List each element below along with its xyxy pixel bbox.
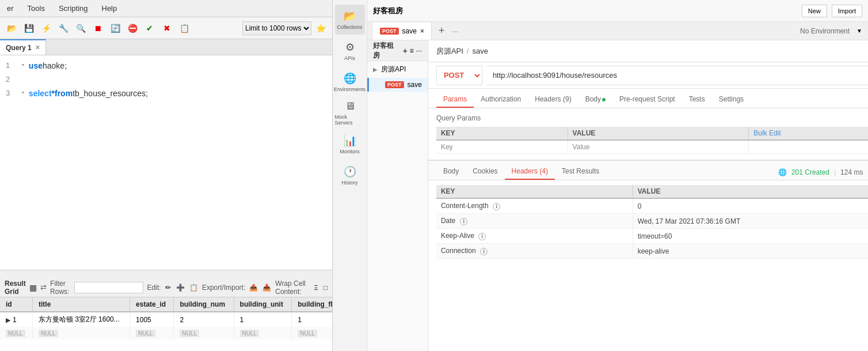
star-button[interactable]: ⭐: [313, 20, 329, 36]
table-empty-row[interactable]: [0, 339, 332, 351]
request-tab[interactable]: POST save ×: [373, 22, 432, 40]
error-button[interactable]: ⛔: [124, 20, 140, 36]
tab-body[interactable]: Body: [578, 92, 612, 108]
query-params-table: KEY VALUE Bulk Edit Key Value: [436, 127, 868, 154]
null-building-unit: NULL: [234, 327, 292, 339]
menu-tools[interactable]: Tools: [25, 3, 47, 14]
more-tabs-icon[interactable]: ···: [451, 27, 458, 36]
close-tab-icon[interactable]: ×: [420, 27, 424, 35]
table-row[interactable]: ▶1 东方曼哈顿 3室2厅 1600... 1005 2 1 1 1111 1 …: [0, 312, 332, 327]
sidebar-apis-label: APIs: [344, 55, 355, 61]
qp-value-input-placeholder[interactable]: Value: [568, 140, 749, 154]
tab-tests[interactable]: Tests: [682, 92, 712, 108]
wrap-button[interactable]: Ξ: [312, 281, 319, 294]
import-button[interactable]: 📥: [262, 281, 272, 294]
new-button[interactable]: New: [802, 5, 827, 17]
filter-input[interactable]: [74, 282, 143, 293]
edit-pencil-button[interactable]: ✏: [164, 281, 172, 294]
content-length-info-icon[interactable]: ℹ: [493, 203, 500, 210]
sort-collection-button[interactable]: ≡: [410, 46, 414, 55]
connection-info-icon[interactable]: ℹ: [480, 248, 488, 255]
environment-dropdown-icon[interactable]: ▼: [856, 28, 862, 34]
tab-headers[interactable]: Headers (9): [528, 92, 578, 108]
menu-er[interactable]: er: [5, 3, 16, 14]
qp-value-header: VALUE: [568, 127, 749, 140]
bookmark-button[interactable]: 📋: [176, 20, 192, 36]
refresh-button[interactable]: 🔄: [107, 20, 123, 36]
bulk-edit-button[interactable]: Bulk Edit: [753, 129, 781, 137]
globe-icon: 🌐: [778, 168, 787, 176]
schema-button[interactable]: 🔧: [55, 20, 71, 36]
save-button[interactable]: 💾: [21, 20, 37, 36]
body-dot: [602, 98, 606, 101]
menu-help[interactable]: Help: [100, 3, 120, 14]
editor-scrollbar[interactable]: [0, 270, 332, 278]
keep-alive-info-icon[interactable]: ℹ: [478, 233, 486, 240]
result-table-area: id title estate_id building_num building…: [0, 297, 332, 351]
add-collection-button[interactable]: +: [403, 46, 408, 55]
tab-pre-request[interactable]: Pre-request Script: [612, 92, 682, 108]
resize-handle[interactable]: □: [323, 284, 328, 292]
no-environment-label: No Environment: [800, 27, 850, 35]
import-button[interactable]: Import: [832, 5, 862, 17]
stop-button[interactable]: ⏹: [90, 20, 106, 36]
open-file-button[interactable]: 📂: [3, 20, 20, 36]
endpoint-name: save: [408, 81, 422, 89]
response-meta: 🌐 201 Created | 124 ms | 128 B Save Resp…: [778, 168, 868, 180]
resp-tab-test-results[interactable]: Test Results: [555, 164, 606, 180]
more-collection-button[interactable]: ···: [416, 46, 422, 55]
endpoint-save[interactable]: POST save: [367, 78, 428, 92]
null-building-floor-num: NULL: [292, 327, 332, 339]
sidebar-environments-label: Environments: [334, 86, 366, 92]
run-button[interactable]: ⚡: [38, 20, 54, 36]
sidebar-item-apis[interactable]: ⚙ APIs: [335, 36, 365, 66]
export-import-label: Export/Import:: [202, 284, 245, 292]
menu-scripting[interactable]: Scripting: [56, 3, 90, 14]
resp-tab-body[interactable]: Body: [436, 164, 466, 180]
resp-tab-cookies[interactable]: Cookies: [466, 164, 504, 180]
sidebar-item-environments[interactable]: 🌐 Environments: [335, 67, 365, 97]
check-button[interactable]: ✔: [142, 20, 158, 36]
null-estate-id: NULL: [130, 327, 174, 339]
edit-copy-button[interactable]: 📋: [189, 281, 199, 294]
search-button[interactable]: 🔍: [73, 20, 89, 36]
sidebar-item-collections[interactable]: 📂 Collections: [335, 5, 365, 35]
code-line-3: 3 • select *from tb_house_resources;: [0, 89, 332, 103]
cell-building-floor-num: 1: [292, 312, 332, 327]
postman-body: 好客租房 + ≡ ··· ▶ 房源API POST save: [367, 40, 868, 351]
cell-building-unit: 1: [234, 312, 292, 327]
endpoint-method-badge: POST: [385, 81, 404, 88]
table-null-row: NULL NULL NULL NULL NULL NULL NULL NULL …: [0, 327, 332, 339]
export-button[interactable]: 📤: [249, 281, 258, 294]
qp-key-input-placeholder[interactable]: Key: [436, 140, 568, 154]
toolbar: 📂 💾 ⚡ 🔧 🔍 ⏹ 🔄 ⛔ ✔ ✖ 📋 Limit to 1000 rows…: [0, 17, 332, 39]
cancel-button[interactable]: ✖: [159, 20, 175, 36]
url-input[interactable]: [487, 66, 868, 85]
tab-bar: Query 1 ✕: [0, 39, 332, 55]
edit-add-button[interactable]: ➕: [176, 281, 185, 294]
tab-settings[interactable]: Settings: [712, 92, 751, 108]
breadcrumb-separator: /: [467, 47, 469, 55]
tab-authorization[interactable]: Authorization: [474, 92, 528, 108]
sidebar-item-monitors[interactable]: 📊 Monitors: [335, 129, 365, 159]
collections-actions: + ≡ ···: [403, 46, 422, 55]
collections-title: 好客租房: [373, 41, 398, 61]
sidebar-item-history[interactable]: 🕐 History: [335, 160, 365, 190]
add-tab-button[interactable]: +: [439, 25, 445, 37]
date-info-icon[interactable]: ℹ: [460, 218, 467, 225]
sidebar-history-label: History: [341, 180, 357, 186]
header-val-keep-alive: timeout=60: [633, 229, 868, 244]
query-tab[interactable]: Query 1 ✕: [0, 39, 46, 55]
collection-group[interactable]: ▶ 房源API: [367, 61, 428, 78]
code-line-2: 2: [0, 75, 332, 89]
apis-icon: ⚙: [345, 41, 355, 54]
sidebar-item-mock-servers[interactable]: 🖥 Mock Servers: [335, 98, 365, 128]
code-editor[interactable]: 1 • use haoke; 2 3 • select *from tb_hou…: [0, 55, 332, 270]
resp-tab-headers[interactable]: Headers (4): [505, 164, 555, 180]
header-val-connection: keep-alive: [633, 244, 868, 259]
tab-params[interactable]: Params: [436, 92, 474, 108]
method-select[interactable]: POST: [436, 66, 482, 85]
limit-select[interactable]: Limit to 1000 rows: [242, 21, 311, 35]
close-tab-icon[interactable]: ✕: [35, 44, 40, 51]
headers-table: KEY VALUE Content-Length ℹ: [436, 185, 868, 259]
